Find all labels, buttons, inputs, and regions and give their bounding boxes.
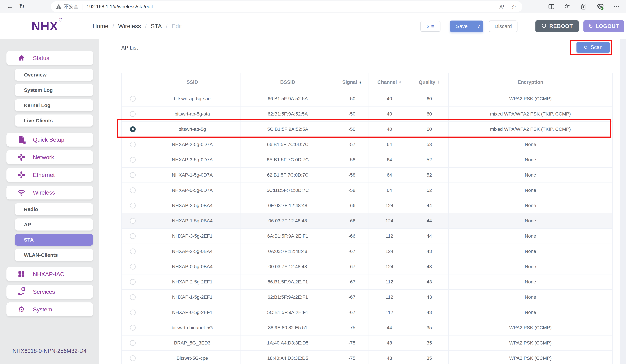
table-row[interactable]: NHXAP-2-5g-0D7A 66:B1:5F:7C:0D:7C -57 64… (122, 137, 612, 152)
table-row[interactable]: bitswrt-ap-5g 5C:B1:5F:9A:52:5A -50 40 6… (122, 122, 612, 137)
sidebar-item-overview[interactable]: Overview (15, 69, 93, 81)
radio-button[interactable] (130, 355, 136, 361)
sidebar-item-wlan-clients[interactable]: WLAN-Clients (15, 249, 93, 261)
table-row[interactable]: BRAP_5G_3ED3 1A:40:A4:D3:3E:D5 -75 48 35… (122, 335, 612, 351)
row-radio-cell[interactable] (122, 122, 144, 137)
sidebar-item-nhxap-iac[interactable]: NHXAP-IAC (6, 267, 93, 281)
table-row[interactable]: bitswrt-chinanet-5G 38:9E:80:82:E5:51 -7… (122, 320, 612, 335)
url-text[interactable]: 192.168.1.1/#/wireless/sta/edit (86, 4, 499, 9)
sidebar-item-radio[interactable]: Radio (15, 203, 93, 215)
sidebar-item-quick-setup[interactable]: ⚙ Quick Setup (6, 133, 93, 147)
row-radio-cell[interactable] (122, 137, 144, 152)
browser-essentials-icon[interactable] (597, 3, 604, 10)
collections-add-icon[interactable] (581, 3, 587, 10)
radio-button[interactable] (130, 111, 136, 117)
radio-button[interactable] (130, 340, 136, 346)
row-radio-cell[interactable] (122, 259, 144, 274)
radio-button[interactable] (130, 279, 136, 285)
not-secure-label[interactable]: 不安全 (64, 3, 78, 10)
row-radio-cell[interactable] (122, 198, 144, 213)
discard-button[interactable]: Discard (489, 21, 517, 32)
scan-button[interactable]: ↻ Scan (577, 42, 610, 53)
row-radio-cell[interactable] (122, 167, 144, 183)
radio-button[interactable] (130, 203, 136, 208)
table-row[interactable]: NHXAP-3-5g-2EF1 6A:B1:5F:9A:2E:F1 -66 11… (122, 229, 612, 244)
pending-changes-button[interactable]: 2 ≡ (421, 21, 440, 32)
sidebar-item-ethernet[interactable]: Ethernet (6, 168, 93, 182)
row-radio-cell[interactable] (122, 213, 144, 228)
row-radio-cell[interactable] (122, 183, 144, 198)
radio-button[interactable] (130, 248, 136, 254)
radio-button[interactable] (130, 157, 136, 163)
back-icon[interactable]: ← (4, 3, 16, 10)
radio-button[interactable] (130, 218, 136, 224)
radio-button[interactable] (130, 264, 136, 270)
row-radio-cell[interactable] (122, 244, 144, 259)
logout-button[interactable]: ↻ LOGOUT (584, 20, 624, 32)
sidebar-item-sta[interactable]: STA (15, 234, 93, 246)
sidebar-item-system[interactable]: ⚙ System (6, 302, 93, 316)
header-channel[interactable]: Channel ▲▼ (369, 73, 410, 91)
table-row[interactable]: NHXAP-0-5g-0BA4 00:03:7F:12:48:48 -67 12… (122, 259, 612, 275)
radio-button[interactable] (130, 233, 136, 239)
row-radio-cell[interactable] (122, 290, 144, 305)
sidebar-item-wireless[interactable]: Wireless (6, 186, 93, 200)
split-screen-icon[interactable] (548, 3, 555, 10)
radio-button[interactable] (130, 126, 136, 132)
radio-button[interactable] (130, 325, 136, 331)
more-options-icon[interactable]: ⋯ (613, 3, 620, 10)
sidebar-item-status[interactable]: Status (6, 51, 93, 65)
breadcrumb-sta[interactable]: STA (151, 23, 162, 30)
row-radio-cell[interactable] (122, 305, 144, 320)
radio-button[interactable] (130, 294, 136, 300)
sidebar-item-ap[interactable]: AP (15, 218, 93, 231)
save-dropdown-button[interactable]: ∨ (474, 21, 483, 32)
sort-icons[interactable]: ▲▼ (359, 80, 362, 84)
table-row[interactable]: bitswrt-ap-5g-sta 62:B1:5F:9A:52:5A -50 … (122, 107, 612, 122)
table-row[interactable]: NHXAP-0-5g-0D7A 5C:B1:5F:7C:0D:7C -58 64… (122, 183, 612, 198)
radio-button[interactable] (130, 310, 136, 315)
table-row[interactable]: Bitswrt-5G-cpe 18:40:A4:D3:3E:D5 -75 48 … (122, 351, 612, 364)
breadcrumb-home[interactable]: Home (93, 23, 108, 30)
read-aloud-icon[interactable]: A⁾ (499, 4, 504, 10)
breadcrumb-wireless[interactable]: Wireless (118, 23, 141, 30)
sidebar-item-kernel-log[interactable]: Kernel Log (15, 99, 93, 111)
row-radio-cell[interactable] (122, 91, 144, 106)
favorite-star-icon[interactable]: ☆ (511, 3, 517, 10)
sidebar-item-services[interactable]: ⚙ Services (6, 285, 93, 299)
row-radio-cell[interactable] (122, 351, 144, 364)
save-button[interactable]: Save (450, 21, 474, 32)
sidebar-item-system-log[interactable]: System Log (15, 84, 93, 96)
reboot-button[interactable]: REBOOT (535, 20, 579, 32)
row-radio-cell[interactable] (122, 229, 144, 243)
row-radio-cell[interactable] (122, 275, 144, 289)
favorites-hub-icon[interactable] (564, 3, 571, 10)
row-radio-cell[interactable] (122, 335, 144, 350)
table-row[interactable]: NHXAP-3-5g-0D7A 6A:B1:5F:7C:0D:7C -58 64… (122, 152, 612, 167)
table-row[interactable]: NHXAP-1-5g-0BA4 06:03:7F:12:48:48 -66 12… (122, 213, 612, 229)
row-radio-cell[interactable] (122, 152, 144, 167)
row-radio-cell[interactable] (122, 320, 144, 335)
radio-button[interactable] (130, 96, 136, 102)
radio-button[interactable] (130, 142, 136, 147)
table-row[interactable]: bitswrt-ap-5g-sae 66:B1:5F:9A:52:5A -50 … (122, 91, 612, 107)
sort-icons[interactable]: ▲▼ (399, 80, 401, 84)
table-row[interactable]: NHXAP-2-5g-2EF1 66:B1:5F:9A:2E:F1 -67 11… (122, 275, 612, 290)
sidebar-item-live-clients[interactable]: Live-Clients (15, 115, 93, 126)
sort-icons[interactable]: ▲▼ (437, 80, 440, 84)
table-row[interactable]: NHXAP-1-5g-2EF1 62:B1:5F:9A:2E:F1 -67 11… (122, 290, 612, 305)
refresh-icon[interactable]: ↻ (16, 3, 28, 10)
address-bar[interactable]: 不安全 192.168.1.1/#/wireless/sta/edit A⁾ ☆ (51, 1, 522, 12)
scrollbar-track[interactable] (620, 39, 626, 364)
radio-button[interactable] (130, 172, 136, 178)
table-row[interactable]: NHXAP-1-5g-0D7A 62:B1:5F:7C:0D:7C -58 64… (122, 167, 612, 183)
header-quality[interactable]: Quality ▲▼ (410, 73, 449, 91)
row-radio-cell[interactable] (122, 107, 144, 121)
sidebar-item-network[interactable]: Network (6, 150, 93, 164)
radio-button[interactable] (130, 187, 136, 193)
table-row[interactable]: NHXAP-2-5g-0BA4 0A:03:7F:12:48:48 -67 12… (122, 244, 612, 259)
table-row[interactable]: NHXAP-0-5g-2EF1 5C:B1:5F:9A:2E:F1 -67 11… (122, 305, 612, 320)
header-signal[interactable]: Signal ▲▼ (335, 73, 369, 91)
nhx-logo[interactable]: NHX® (31, 19, 62, 33)
table-row[interactable]: NHXAP-3-5g-0BA4 0E:03:7F:12:48:48 -66 12… (122, 198, 612, 213)
